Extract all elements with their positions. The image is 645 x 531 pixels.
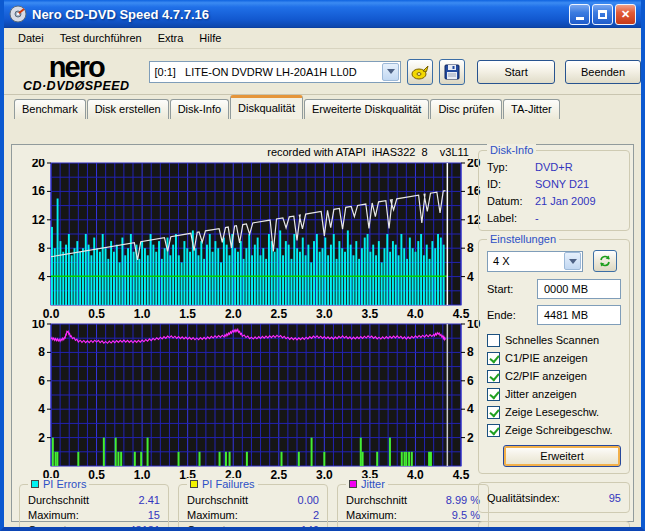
svg-text:2.5: 2.5 xyxy=(270,468,287,481)
nero-logo: nero CD·DVDØSPEED xyxy=(4,53,149,93)
pif-max-label: Maximum: xyxy=(187,508,238,523)
svg-text:3.0: 3.0 xyxy=(316,307,333,320)
tab-erweiterte-diskqualitaet[interactable]: Erweiterte Diskqualität xyxy=(304,99,429,119)
checkbox-c1-pie-anzeigen[interactable]: C1/PIE anzeigen xyxy=(487,349,621,367)
maximize-button[interactable] xyxy=(592,4,613,25)
eject-disc-icon xyxy=(411,64,429,80)
tab-ta-jitter[interactable]: TA-Jitter xyxy=(503,99,560,119)
disk-id-label: ID: xyxy=(487,178,535,190)
ende-mb-input[interactable]: 4481 MB xyxy=(537,305,621,325)
jitter-max-value: 9.5 % xyxy=(452,508,480,523)
save-button[interactable] xyxy=(439,59,465,85)
menu-test-durchfuehren[interactable]: Test durchführen xyxy=(52,29,150,47)
checkbox-label: Zeige Schreibgeschw. xyxy=(505,424,613,436)
drive-select-value: [0:1] LITE-ON DVDRW LH-20A1H LL0D xyxy=(150,66,382,78)
maximize-icon xyxy=(598,10,607,19)
tab-diskqualitaet[interactable]: Diskqualität xyxy=(230,95,303,119)
disk-datum-value: 21 Jan 2009 xyxy=(535,195,621,207)
tab-bar: Benchmark Disk erstellen Disk-Info Diskq… xyxy=(4,95,641,119)
pif-total-label: Gesamt: xyxy=(187,523,229,531)
checkbox-jitter-anzeigen[interactable]: Jitter anzeigen xyxy=(487,385,621,403)
tab-disk-info[interactable]: Disk-Info xyxy=(170,99,229,119)
close-button[interactable]: ✕ xyxy=(615,4,636,25)
recorded-with-label: recorded with ATAPI iHAS322 8 v3L11 xyxy=(15,146,489,159)
svg-text:6: 6 xyxy=(467,374,474,388)
jitter-avg-value: 8.99 % xyxy=(446,493,480,508)
scan-speed-dropdown-button[interactable] xyxy=(564,252,581,270)
drive-select[interactable]: [0:1] LITE-ON DVDRW LH-20A1H LL0D xyxy=(149,61,401,83)
pie-avg-value: 2.41 xyxy=(139,493,160,508)
svg-text:10: 10 xyxy=(32,320,46,331)
minimize-button[interactable] xyxy=(569,4,590,25)
erweitert-button[interactable]: Erweitert xyxy=(503,445,621,467)
checkbox-icon xyxy=(487,352,500,365)
checkbox-label: Schnelles Scannen xyxy=(505,334,599,346)
svg-text:12: 12 xyxy=(32,213,46,227)
svg-text:2.5: 2.5 xyxy=(270,307,287,320)
svg-text:4.0: 4.0 xyxy=(407,468,424,481)
pif-avg-label: Durchschnitt xyxy=(187,493,248,508)
window-title: Nero CD-DVD Speed 4.7.7.16 xyxy=(32,7,567,22)
jitter-avg-label: Durchschnitt xyxy=(346,493,407,508)
disk-label-label: Label: xyxy=(487,212,535,224)
chevron-down-icon xyxy=(569,259,577,264)
disk-datum-label: Datum: xyxy=(487,195,535,207)
disk-label-value: - xyxy=(535,212,621,224)
start-button[interactable]: Start xyxy=(477,60,555,84)
checkbox-zeige-schreibgeschw[interactable]: Zeige Schreibgeschw. xyxy=(487,421,621,439)
checkbox-icon xyxy=(487,406,500,419)
checkbox-label: Zeige Lesegeschw. xyxy=(505,406,599,418)
svg-text:2: 2 xyxy=(467,431,474,445)
scan-speed-select[interactable]: 4 X xyxy=(487,251,583,272)
pif-jitter-chart: 2244668810100.00.51.01.52.02.53.03.54.04… xyxy=(15,320,489,481)
svg-text:4.5: 4.5 xyxy=(453,307,470,320)
disk-typ-label: Typ: xyxy=(487,161,535,173)
einstellungen-caption: Einstellungen xyxy=(487,233,559,245)
menu-datei[interactable]: Datei xyxy=(10,29,52,47)
drive-select-dropdown-button[interactable] xyxy=(382,63,399,81)
svg-text:3.5: 3.5 xyxy=(362,307,379,320)
checkbox-zeige-lesegeschw[interactable]: Zeige Lesegeschw. xyxy=(487,403,621,421)
svg-text:8: 8 xyxy=(38,241,45,255)
checkbox-label: Jitter anzeigen xyxy=(505,388,577,400)
qualitaetsindex-label: Qualitätsindex: xyxy=(487,491,560,506)
title-bar[interactable]: Nero CD-DVD Speed 4.7.7.16 ✕ xyxy=(4,0,641,28)
tab-benchmark[interactable]: Benchmark xyxy=(14,99,86,119)
pi-errors-legend-swatch xyxy=(31,480,39,488)
menu-hilfe[interactable]: Hilfe xyxy=(191,29,229,47)
pif-max-value: 2 xyxy=(313,508,319,523)
disk-info-box: Disk-Info Typ:DVD+R ID:SONY D21 Datum:21… xyxy=(478,150,630,231)
pie-max-label: Maximum: xyxy=(28,508,79,523)
checkbox-icon xyxy=(487,370,500,383)
start-mb-label: Start: xyxy=(487,283,513,295)
menu-extra[interactable]: Extra xyxy=(150,29,192,47)
pi-errors-caption: PI Errors xyxy=(43,478,86,490)
pie-total-label: Gesamt: xyxy=(28,523,70,531)
svg-text:4: 4 xyxy=(467,270,474,284)
tab-disc-pruefen[interactable]: Disc prüfen xyxy=(430,99,502,119)
svg-text:6: 6 xyxy=(38,374,45,388)
checkbox-schnelles-scannen[interactable]: Schnelles Scannen xyxy=(487,331,621,349)
start-mb-input[interactable]: 0000 MB xyxy=(537,279,621,299)
svg-text:0.5: 0.5 xyxy=(88,307,105,320)
eject-button[interactable] xyxy=(407,59,433,85)
chevron-down-icon xyxy=(387,69,395,74)
pi-failures-legend-swatch xyxy=(190,480,198,488)
svg-text:4.0: 4.0 xyxy=(407,307,424,320)
pi-failures-box: PI Failures Durchschnitt0.00 Maximum:2 G… xyxy=(178,484,328,531)
tab-disk-erstellen[interactable]: Disk erstellen xyxy=(87,99,169,119)
minimize-icon xyxy=(576,17,584,20)
pif-total-value: 149 xyxy=(301,523,319,531)
svg-text:3.0: 3.0 xyxy=(316,468,333,481)
cddvdspeed-logo-text: CD·DVDØSPEED xyxy=(4,80,149,93)
svg-text:8: 8 xyxy=(467,241,474,255)
checkbox-c2-pif-anzeigen[interactable]: C2/PIF anzeigen xyxy=(487,367,621,385)
refresh-speeds-button[interactable] xyxy=(593,250,617,272)
svg-text:2.0: 2.0 xyxy=(225,307,242,320)
disk-typ-value: DVD+R xyxy=(535,161,621,173)
beenden-button[interactable]: Beenden xyxy=(565,60,641,84)
svg-text:20: 20 xyxy=(32,159,46,170)
svg-text:4: 4 xyxy=(38,402,45,416)
pie-total-value: 43181 xyxy=(129,523,160,531)
svg-text:4: 4 xyxy=(467,402,474,416)
